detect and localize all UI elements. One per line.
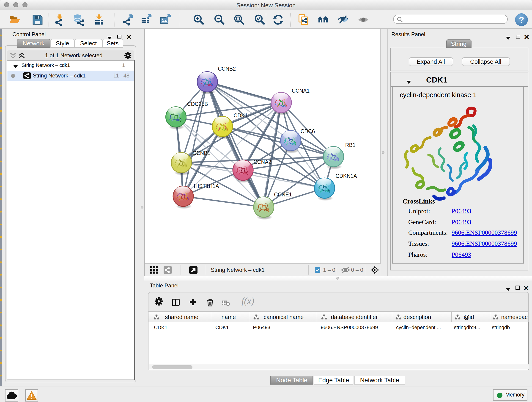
svg-text:CCNB1: CCNB1 — [192, 150, 210, 156]
svg-text:HIST1H1A: HIST1H1A — [194, 183, 219, 189]
svg-text:CDK1: CDK1 — [234, 113, 248, 119]
svg-text:RB1: RB1 — [345, 142, 355, 148]
svg-text:CCNE1: CCNE1 — [274, 191, 292, 198]
svg-text:?: ? — [519, 15, 524, 25]
svg-text:CCNA1: CCNA1 — [292, 88, 310, 94]
svg-text:CDC25B: CDC25B — [187, 101, 208, 107]
svg-text:CCNB2: CCNB2 — [218, 66, 236, 72]
svg-text:CCNA2: CCNA2 — [253, 159, 271, 165]
svg-text:CDC6: CDC6 — [301, 128, 315, 134]
svg-text:CDKN1A: CDKN1A — [336, 173, 357, 179]
